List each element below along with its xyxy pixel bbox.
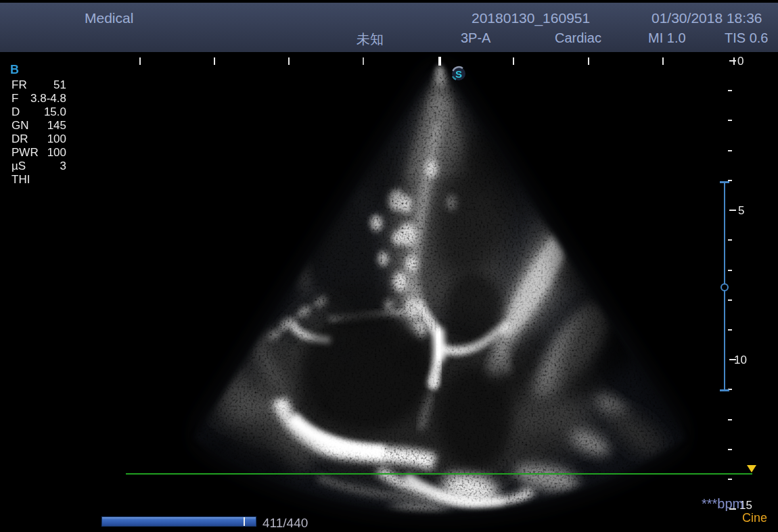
svg-text:S: S: [455, 68, 462, 80]
